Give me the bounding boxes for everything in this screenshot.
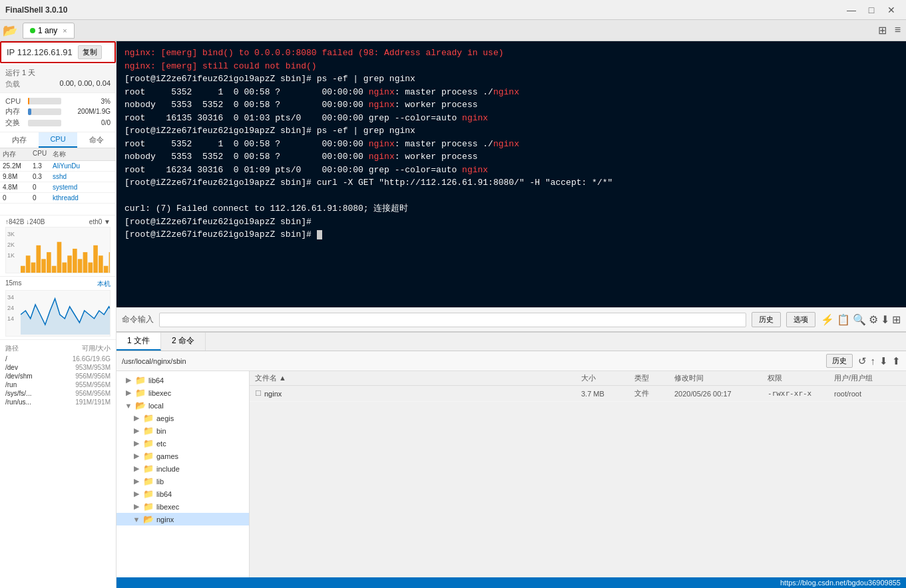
disk-avail-1: 953M/953M <box>42 364 111 371</box>
folder-icon: 📁 <box>143 476 154 486</box>
mem-bar-wrap <box>28 108 61 115</box>
tree-item-etc[interactable]: ▶ 📁 etc <box>116 437 249 450</box>
disk-row: /dev/shm 956M/956M <box>3 372 113 380</box>
mem-value: 200M/1.9G <box>64 108 111 115</box>
sidebar-server-info: 运行 1 天 负载 0.00, 0.00, 0.04 <box>0 65 116 93</box>
file-name-text: nginx <box>264 390 282 398</box>
file-history-button[interactable]: 历史 <box>826 354 853 368</box>
tree-toggle: ▶ <box>132 464 140 473</box>
grid-view-icon[interactable]: ⊞ <box>875 23 889 38</box>
maximize-button[interactable]: □ <box>862 3 881 17</box>
tree-toggle: ▶ <box>132 490 140 498</box>
proc-cpu-0: 1.3 <box>33 162 53 170</box>
tree-item-lib64[interactable]: ▶ 📁 lib64 <box>116 374 249 386</box>
disk-path-1: /dev <box>5 364 42 371</box>
proc-cpu-1: 0.3 <box>33 173 53 180</box>
cpu-bar <box>28 98 29 104</box>
sidebar-tab-mem[interactable]: 内存 <box>0 132 39 148</box>
proc-name-0: AliYunDu <box>53 162 113 170</box>
minimize-button[interactable]: — <box>842 3 861 17</box>
clipboard-icon[interactable]: 📋 <box>837 313 850 326</box>
file-panel-tabs: 1 文件 2 命令 <box>116 333 906 351</box>
tree-toggle: ▶ <box>132 502 140 511</box>
latency-section: 15ms 本机 342414 <box>0 276 116 339</box>
tree-item-include[interactable]: ▶ 📁 include <box>116 462 249 475</box>
net-iface[interactable]: eth0 ▼ <box>89 218 111 225</box>
refresh-icon[interactable]: ↺ <box>858 355 867 367</box>
disk-avail-header: 可用/大小 <box>82 344 111 353</box>
file-list-row[interactable]: ☐ nginx 3.7 MB 文件 2020/05/26 00:17 -rwxr… <box>250 386 906 402</box>
grid2-icon[interactable]: ⊞ <box>892 313 901 326</box>
tree-item-games[interactable]: ▶ 📁 games <box>116 450 249 462</box>
history-button[interactable]: 历史 <box>752 312 781 327</box>
file-panel: 1 文件 2 命令 /usr/local/nginx/sbin 历史 ↺ ↑ ⬇… <box>116 331 906 577</box>
disk-path-header: 路径 <box>5 344 19 353</box>
cmd-input-label: 命令输入 <box>122 314 154 325</box>
menu-icon[interactable]: ≡ <box>892 23 903 38</box>
process-row: 9.8M 0.3 sshd <box>0 172 116 182</box>
tree-item-lib[interactable]: ▶ 📁 lib <box>116 475 249 488</box>
mem-bar <box>28 108 31 115</box>
tree-label: lib <box>156 478 164 486</box>
terminal-line: root 16135 30316 0 01:03 pts/0 00:00:00 … <box>124 112 898 125</box>
file-col-perm[interactable]: 权限 <box>768 373 834 383</box>
file-col-name[interactable]: 文件名 ▲ <box>255 373 581 383</box>
tree-item-libexec-sub[interactable]: ▶ 📁 libexec <box>116 500 249 513</box>
sidebar-tab-cpu[interactable]: CPU <box>39 132 77 148</box>
download2-icon[interactable]: ⬇ <box>879 355 888 367</box>
disk-path-5: /run/us... <box>5 398 42 406</box>
file-col-date[interactable]: 修改时间 <box>674 373 768 383</box>
lightning-icon[interactable]: ⚡ <box>821 313 834 326</box>
sidebar-tab-cmd[interactable]: 命令 <box>77 132 116 148</box>
search-icon[interactable]: 🔍 <box>853 313 866 326</box>
tree-label: libexec <box>156 503 179 511</box>
tree-toggle-local[interactable]: ▼ <box>124 402 132 410</box>
copy-ip-button[interactable]: 复制 <box>78 45 102 59</box>
tree-item-libexec[interactable]: ▶ 📁 libexec <box>116 386 249 399</box>
file-col-size[interactable]: 大小 <box>581 373 634 383</box>
runtime-row: 运行 1 天 <box>5 67 111 78</box>
file-perm-0: -rwxr-xr-x <box>768 389 834 398</box>
close-button[interactable]: ✕ <box>882 3 901 17</box>
terminal-line: nginx: [emerg] still could not bind() <box>124 60 898 73</box>
command-input[interactable] <box>159 313 746 327</box>
file-col-type[interactable]: 类型 <box>634 373 674 383</box>
disk-path-3: /run <box>5 381 42 388</box>
tree-item-aegis[interactable]: ▶ 📁 aegis <box>116 412 249 424</box>
latency-link[interactable]: 本机 <box>97 279 111 289</box>
tree-item-lib64-sub[interactable]: ▶ 📁 lib64 <box>116 488 249 500</box>
file-tab-files[interactable]: 1 文件 <box>116 333 161 351</box>
tree-label: libexec <box>148 389 171 397</box>
disk-row: / 16.6G/19.6G <box>3 355 113 363</box>
tree-label: lib64 <box>156 490 172 498</box>
option-button[interactable]: 选项 <box>786 312 815 327</box>
upload-icon[interactable]: ⬆ <box>892 355 901 367</box>
settings-icon[interactable]: ⚙ <box>869 313 878 326</box>
terminal-line: nginx: [emerg] bind() to 0.0.0.0:8080 fa… <box>124 47 898 60</box>
proc-cpu-2: 0 <box>33 184 53 191</box>
file-tab-cmd[interactable]: 2 命令 <box>161 333 206 351</box>
latency-label: 15ms 本机 <box>5 279 111 289</box>
folder-open-icon: 📂 <box>135 400 146 410</box>
up-dir-icon[interactable]: ↑ <box>871 355 876 367</box>
cmd-icon-group: ⚡ 📋 🔍 ⚙ ⬇ ⊞ <box>821 313 901 326</box>
file-col-user[interactable]: 用户/用户组 <box>834 373 901 383</box>
tree-item-local[interactable]: ▼ 📂 local <box>116 399 249 412</box>
tree-label: lib64 <box>148 376 164 384</box>
terminal-line: [root@iZ2ze67ifeuz62igol9apzZ sbin]# cur… <box>124 176 898 190</box>
proc-mem-0: 25.2M <box>3 162 33 170</box>
terminal-line <box>124 190 898 203</box>
tree-item-nginx[interactable]: ▼ 📂 nginx <box>116 513 249 525</box>
tree-toggle: ▶ <box>132 477 140 486</box>
proc-mem-1: 9.8M <box>3 173 33 180</box>
download-icon[interactable]: ⬇ <box>881 313 889 326</box>
tree-item-bin[interactable]: ▶ 📁 bin <box>116 424 249 437</box>
terminal[interactable]: nginx: [emerg] bind() to 0.0.0.0:8080 fa… <box>116 41 906 307</box>
file-type-0: 文件 <box>634 388 674 398</box>
tree-toggle-nginx[interactable]: ▼ <box>132 515 140 523</box>
process-row: 4.8M 0 systemd <box>0 182 116 193</box>
tab-close-icon[interactable]: × <box>63 27 67 35</box>
folder-icon[interactable]: 📂 <box>3 23 17 38</box>
tab-1-any[interactable]: 1 any × <box>23 23 75 39</box>
terminal-line: [root@iZ2ze67ifeuz62igol9apzZ sbin]# ps … <box>124 124 898 138</box>
